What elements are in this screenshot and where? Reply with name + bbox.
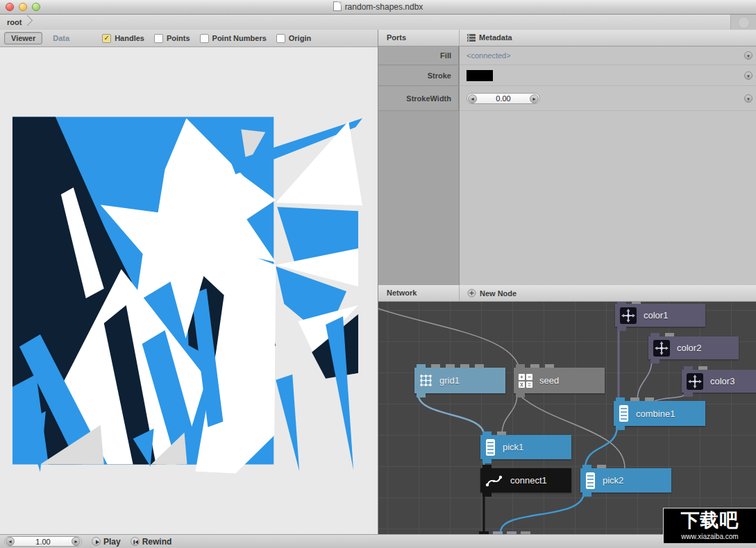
node-input-port[interactable] — [482, 465, 492, 468]
title-bar: random-shapes.ndbx — [0, 0, 756, 15]
node-input-port[interactable] — [475, 364, 484, 368]
wire-pick2-to-bottom — [501, 493, 584, 532]
node-label: color1 — [644, 310, 668, 320]
toggle-point-numbers[interactable]: Point Numbers — [200, 34, 267, 43]
port-value-fill[interactable]: <connected> ▾ — [460, 46, 756, 65]
breadcrumb-root[interactable]: root — [0, 15, 34, 30]
wire-color3-to-combine1 — [655, 393, 685, 401]
node-input-port[interactable] — [630, 397, 639, 401]
node-input-port[interactable] — [431, 364, 440, 368]
node-input-port[interactable] — [597, 465, 606, 468]
plus-icon — [467, 289, 476, 298]
math-icon — [519, 374, 532, 388]
viewer-canvas[interactable] — [0, 47, 378, 534]
node-input-port[interactable] — [417, 364, 426, 368]
watermark: 下载吧 www.xiazaiba.com — [663, 508, 756, 543]
node-output-port[interactable] — [417, 393, 426, 397]
node-input-port[interactable] — [545, 364, 554, 368]
node-connect1[interactable]: connect1 — [480, 468, 571, 493]
frame-increment-button[interactable]: ▸ — [72, 537, 81, 546]
port-label-stroke: Stroke — [378, 66, 459, 86]
watermark-text: 下载吧 — [664, 508, 756, 532]
node-input-port[interactable] — [582, 465, 591, 468]
node-seed[interactable]: seed — [514, 368, 605, 393]
checkbox-icon[interactable] — [200, 34, 209, 43]
node-output-port[interactable] — [650, 359, 660, 363]
node-input-port[interactable] — [632, 302, 641, 304]
toggle-origin[interactable]: Origin — [276, 34, 311, 43]
node-output-port[interactable] — [684, 393, 693, 397]
network-canvas[interactable]: color1color2color3grid1seedcombine1pick1… — [378, 302, 756, 534]
new-node-button[interactable]: New Node — [467, 289, 516, 298]
breadcrumb-right-button[interactable] — [730, 15, 756, 30]
wire-seed-to-pick1 — [502, 393, 517, 435]
viewer-toggles: ✓HandlesPointsPoint NumbersOrigin — [102, 34, 311, 43]
port-value-stroke: ▾ — [460, 66, 756, 86]
move-icon — [687, 373, 703, 390]
checkbox-icon[interactable] — [276, 34, 285, 43]
tab-data[interactable]: Data — [47, 33, 76, 44]
node-pick2[interactable]: pick2 — [580, 468, 671, 493]
rewind-button[interactable]: Rewind — [131, 537, 172, 547]
strokewidth-stepper[interactable]: ◂ 0.00 ▸ — [467, 93, 540, 104]
metadata-button[interactable]: Metadata — [467, 33, 512, 42]
node-input-port[interactable] — [446, 364, 455, 368]
node-pick1[interactable]: pick1 — [480, 435, 571, 459]
viewer-panel: Viewer Data ✓HandlesPointsPoint NumbersO… — [0, 30, 378, 534]
node-output-port[interactable] — [482, 459, 492, 463]
port-row-stroke: Stroke ▾ — [378, 66, 756, 86]
tab-viewer[interactable]: Viewer — [4, 32, 42, 44]
node-input-port[interactable] — [482, 431, 492, 435]
checkbox-icon[interactable]: ✓ — [102, 34, 111, 43]
node-output-port[interactable] — [616, 426, 625, 430]
node-input-port[interactable] — [516, 364, 525, 368]
node-grid1[interactable]: grid1 — [414, 368, 505, 393]
strokewidth-menu-button[interactable]: ▾ — [744, 94, 753, 103]
document-icon — [333, 1, 342, 11]
breadcrumb-right-icon — [738, 17, 750, 28]
node-input-port[interactable] — [460, 364, 469, 368]
wire-combine1-to-pick2 — [585, 426, 617, 468]
node-input-port[interactable] — [650, 333, 660, 336]
port-label-strokewidth: StrokeWidth — [378, 87, 459, 111]
application-window: random-shapes.ndbx root Viewer Data ✓Han… — [0, 0, 756, 548]
node-input-port[interactable] — [645, 397, 654, 401]
strokewidth-increment-button[interactable]: ▸ — [530, 94, 539, 103]
port-value-strokewidth: ◂ 0.00 ▸ ▾ — [460, 87, 756, 111]
port-row-strokewidth: StrokeWidth ◂ 0.00 ▸ ▾ — [378, 87, 756, 111]
move-icon — [620, 307, 637, 324]
toggle-handles[interactable]: ✓Handles — [102, 34, 144, 43]
node-input-port[interactable] — [530, 364, 539, 368]
node-output-port[interactable] — [482, 493, 492, 497]
node-input-port[interactable] — [617, 302, 626, 304]
node-label: color2 — [677, 343, 701, 353]
node-output-port[interactable] — [617, 327, 626, 331]
node-input-port[interactable] — [665, 333, 674, 336]
node-color1[interactable]: color1 — [615, 304, 705, 327]
play-button[interactable]: Play — [92, 537, 121, 547]
node-color2[interactable]: color2 — [648, 336, 739, 359]
node-input-port[interactable] — [497, 431, 506, 435]
toggle-label: Origin — [289, 34, 311, 42]
stroke-menu-button[interactable]: ▾ — [744, 71, 753, 80]
stroke-color-swatch[interactable] — [467, 70, 493, 81]
frame-value: 1.00 — [15, 538, 71, 546]
node-input-port[interactable] — [616, 397, 625, 401]
frame-decrement-button[interactable]: ◂ — [6, 537, 15, 546]
node-combine1[interactable]: combine1 — [614, 401, 705, 426]
strokewidth-decrement-button[interactable]: ◂ — [468, 94, 477, 103]
fill-connected-value: <connected> — [467, 51, 511, 60]
node-output-port[interactable] — [582, 493, 591, 497]
list-icon — [619, 404, 629, 422]
transport-bar: ◂ 1.00 ▸ Play Rewind — [0, 534, 756, 548]
frame-stepper[interactable]: ◂ 1.00 ▸ — [4, 536, 82, 547]
toggle-label: Points — [167, 34, 190, 42]
fill-menu-button[interactable]: ▾ — [744, 51, 753, 60]
node-output-port[interactable] — [516, 393, 525, 397]
toggle-points[interactable]: Points — [154, 34, 190, 43]
ports-header-title: Ports — [387, 33, 406, 42]
node-input-port[interactable] — [684, 366, 693, 370]
checkbox-icon[interactable] — [154, 34, 163, 43]
node-input-port[interactable] — [698, 366, 707, 370]
node-color3[interactable]: color3 — [682, 370, 756, 393]
